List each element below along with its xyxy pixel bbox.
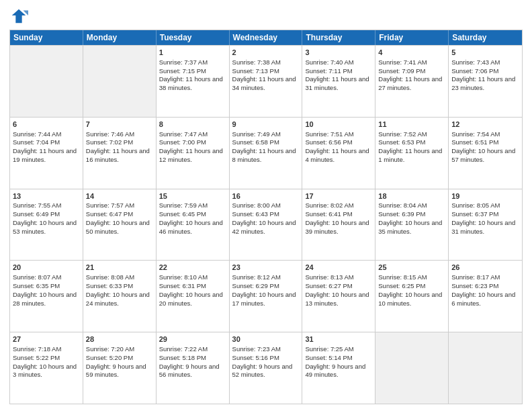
logo-icon	[9, 7, 28, 26]
sunrise-text: Sunrise: 8:12 AM	[232, 273, 300, 282]
sunrise-text: Sunrise: 7:52 AM	[378, 130, 445, 139]
day-number: 5	[451, 48, 519, 58]
daylight-text: Daylight: 11 hours and 19 minutes.	[13, 147, 80, 165]
calendar-cell: 15Sunrise: 7:59 AMSunset: 6:45 PMDayligh…	[157, 189, 230, 261]
sunrise-text: Sunrise: 7:47 AM	[159, 130, 226, 139]
svg-marker-0	[12, 9, 26, 24]
sunset-text: Sunset: 6:56 PM	[305, 138, 372, 147]
calendar-cell: 24Sunrise: 8:13 AMSunset: 6:27 PMDayligh…	[302, 261, 375, 332]
calendar-cell: 10Sunrise: 7:51 AMSunset: 6:56 PMDayligh…	[302, 118, 375, 189]
daylight-text: Daylight: 10 hours and 57 minutes.	[451, 147, 519, 165]
day-number: 17	[305, 191, 372, 201]
daylight-text: Daylight: 10 hours and 39 minutes.	[305, 219, 372, 236]
page: SundayMondayTuesdayWednesdayThursdayFrid…	[0, 0, 532, 411]
calendar-cell: 26Sunrise: 8:17 AMSunset: 6:23 PMDayligh…	[449, 261, 522, 332]
calendar-cell: 8Sunrise: 7:47 AMSunset: 7:00 PMDaylight…	[157, 118, 230, 189]
sunrise-text: Sunrise: 8:13 AM	[305, 273, 372, 282]
daylight-text: Daylight: 9 hours and 59 minutes.	[86, 363, 153, 380]
day-number: 30	[232, 334, 300, 345]
sunset-text: Sunset: 5:16 PM	[232, 354, 300, 363]
sunrise-text: Sunrise: 7:46 AM	[86, 130, 153, 139]
day-number: 22	[159, 263, 226, 273]
calendar-cell: 16Sunrise: 8:00 AMSunset: 6:43 PMDayligh…	[230, 189, 303, 261]
daylight-text: Daylight: 10 hours and 28 minutes.	[13, 291, 80, 308]
day-number: 19	[451, 191, 519, 201]
calendar-cell: 23Sunrise: 8:12 AMSunset: 6:29 PMDayligh…	[230, 261, 303, 332]
sunrise-text: Sunrise: 8:15 AM	[378, 273, 445, 282]
day-number: 21	[86, 263, 153, 273]
sunset-text: Sunset: 6:53 PM	[378, 138, 445, 147]
day-number: 11	[378, 120, 445, 130]
sunrise-text: Sunrise: 7:57 AM	[86, 201, 153, 210]
sunset-text: Sunset: 6:33 PM	[86, 282, 153, 291]
sunrise-text: Sunrise: 7:25 AM	[305, 345, 372, 354]
daylight-text: Daylight: 11 hours and 34 minutes.	[232, 75, 300, 93]
sunset-text: Sunset: 6:27 PM	[305, 282, 372, 291]
day-number: 31	[305, 334, 372, 345]
sunset-text: Sunset: 6:41 PM	[305, 210, 372, 219]
day-number: 8	[159, 120, 226, 130]
day-number: 10	[305, 120, 372, 130]
day-number: 13	[13, 191, 80, 201]
sunrise-text: Sunrise: 8:17 AM	[451, 273, 519, 282]
sunrise-text: Sunrise: 7:59 AM	[159, 201, 226, 210]
sunset-text: Sunset: 6:35 PM	[13, 282, 80, 291]
sunset-text: Sunset: 5:18 PM	[159, 354, 226, 363]
day-number: 16	[232, 191, 300, 201]
sunset-text: Sunset: 6:51 PM	[451, 138, 519, 147]
daylight-text: Daylight: 11 hours and 1 minute.	[378, 147, 445, 165]
daylight-text: Daylight: 11 hours and 31 minutes.	[305, 75, 372, 93]
day-number: 6	[13, 120, 80, 130]
sunrise-text: Sunrise: 8:08 AM	[86, 273, 153, 282]
day-number: 14	[86, 191, 153, 201]
calendar-cell: 20Sunrise: 8:07 AMSunset: 6:35 PMDayligh…	[10, 261, 83, 332]
daylight-text: Daylight: 11 hours and 27 minutes.	[378, 75, 445, 93]
sunset-text: Sunset: 6:37 PM	[451, 210, 519, 219]
sunrise-text: Sunrise: 7:38 AM	[232, 58, 300, 67]
day-number: 2	[232, 48, 300, 58]
calendar: SundayMondayTuesdayWednesdayThursdayFrid…	[9, 30, 523, 404]
daylight-text: Daylight: 10 hours and 42 minutes.	[232, 219, 300, 236]
daylight-text: Daylight: 11 hours and 12 minutes.	[159, 147, 226, 165]
day-number: 7	[86, 120, 153, 130]
daylight-text: Daylight: 10 hours and 53 minutes.	[13, 219, 80, 236]
daylight-text: Daylight: 10 hours and 13 minutes.	[305, 291, 372, 308]
sunset-text: Sunset: 7:02 PM	[86, 138, 153, 147]
calendar-cell: 31Sunrise: 7:25 AMSunset: 5:14 PMDayligh…	[302, 332, 375, 404]
sunset-text: Sunset: 6:43 PM	[232, 210, 300, 219]
sunrise-text: Sunrise: 7:43 AM	[451, 58, 519, 67]
daylight-text: Daylight: 9 hours and 56 minutes.	[159, 363, 226, 380]
daylight-text: Daylight: 10 hours and 17 minutes.	[232, 291, 300, 308]
daylight-text: Daylight: 11 hours and 23 minutes.	[451, 75, 519, 93]
sunset-text: Sunset: 7:00 PM	[159, 138, 226, 147]
sunset-text: Sunset: 6:23 PM	[451, 282, 519, 291]
weekday-header: Sunday	[10, 30, 83, 45]
sunrise-text: Sunrise: 7:20 AM	[86, 345, 153, 354]
calendar-week: 6Sunrise: 7:44 AMSunset: 7:04 PMDaylight…	[10, 117, 522, 189]
weekday-header: Tuesday	[157, 30, 230, 45]
sunset-text: Sunset: 5:22 PM	[13, 354, 80, 363]
day-number: 27	[13, 334, 80, 345]
sunrise-text: Sunrise: 8:10 AM	[159, 273, 226, 282]
sunrise-text: Sunrise: 8:05 AM	[451, 201, 519, 210]
calendar-week: 1Sunrise: 7:37 AMSunset: 7:15 PMDaylight…	[10, 45, 522, 117]
calendar-cell: 2Sunrise: 7:38 AMSunset: 7:13 PMDaylight…	[230, 46, 303, 117]
calendar-cell: 19Sunrise: 8:05 AMSunset: 6:37 PMDayligh…	[449, 189, 522, 261]
day-number: 20	[13, 263, 80, 273]
daylight-text: Daylight: 10 hours and 46 minutes.	[159, 219, 226, 236]
daylight-text: Daylight: 10 hours and 6 minutes.	[451, 291, 519, 308]
day-number: 1	[159, 48, 226, 58]
calendar-cell: 6Sunrise: 7:44 AMSunset: 7:04 PMDaylight…	[10, 118, 83, 189]
sunrise-text: Sunrise: 7:44 AM	[13, 130, 80, 139]
day-number: 28	[86, 334, 153, 345]
sunset-text: Sunset: 5:20 PM	[86, 354, 153, 363]
calendar-cell: 22Sunrise: 8:10 AMSunset: 6:31 PMDayligh…	[157, 261, 230, 332]
day-number: 12	[451, 120, 519, 130]
calendar-cell: 17Sunrise: 8:02 AMSunset: 6:41 PMDayligh…	[302, 189, 375, 261]
calendar-cell: 7Sunrise: 7:46 AMSunset: 7:02 PMDaylight…	[83, 118, 157, 189]
calendar-cell: 1Sunrise: 7:37 AMSunset: 7:15 PMDaylight…	[157, 46, 230, 117]
calendar-cell: 14Sunrise: 7:57 AMSunset: 6:47 PMDayligh…	[83, 189, 157, 261]
calendar-cell: 30Sunrise: 7:23 AMSunset: 5:16 PMDayligh…	[230, 332, 303, 404]
calendar-week: 27Sunrise: 7:18 AMSunset: 5:22 PMDayligh…	[10, 332, 522, 404]
day-number: 23	[232, 263, 300, 273]
